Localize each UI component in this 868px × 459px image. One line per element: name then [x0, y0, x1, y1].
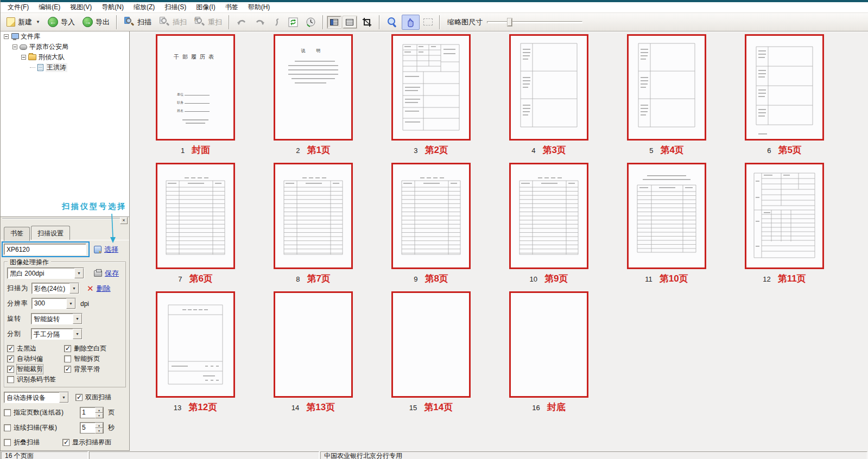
page-thumbnail[interactable] [156, 291, 235, 398]
show-scan-ui-checkbox[interactable] [62, 439, 69, 446]
insert-scan-button[interactable]: ↓ 插扫 [155, 15, 191, 29]
fold-scan-checkbox[interactable] [4, 439, 11, 446]
page-thumbnail[interactable]: 说 明 [274, 34, 353, 141]
tab-scan-settings[interactable]: 扫描设置 [31, 226, 70, 240]
deskew-crop-button[interactable] [358, 15, 376, 29]
slider-thumb[interactable] [508, 18, 512, 26]
page-count-checkbox[interactable] [4, 409, 11, 416]
process-checkbox[interactable] [7, 345, 14, 352]
panel-gripper[interactable]: × [2, 218, 128, 225]
page-label: 第10页 [660, 272, 688, 285]
process-checkbox-row[interactable]: 去黑边 [7, 343, 64, 354]
expander-icon[interactable] [4, 34, 9, 39]
tree-item-person[interactable]: 王洪涛 [1, 62, 129, 73]
menu-item[interactable]: 文件(F) [3, 2, 34, 13]
toolbar: 新建 ▼ ← 导入 → 导出 扫描 ↓ 插扫 R 重扫 [1, 13, 868, 31]
zoom-tool-button[interactable] [383, 15, 402, 30]
rescan-icon: R [194, 17, 205, 27]
page-count-spinner[interactable]: 1 ▲▼ [80, 407, 104, 418]
hand-tool-button[interactable] [402, 15, 420, 30]
split-dropdown[interactable]: 手工分隔▼ [31, 328, 83, 340]
page-thumbnail[interactable] [509, 34, 588, 141]
menu-item[interactable]: 书签 [220, 2, 243, 13]
expander-icon[interactable] [12, 44, 17, 49]
menu-item[interactable]: 视图(V) [65, 2, 97, 13]
rotate-dropdown[interactable]: 智能旋转▼ [31, 313, 83, 324]
page-thumbnail[interactable] [509, 163, 588, 269]
select-scanner-link[interactable]: 选择 [104, 245, 118, 254]
scanner-model-input[interactable] [4, 244, 86, 255]
page-thumbnail[interactable] [627, 163, 706, 269]
undo-button[interactable] [232, 15, 251, 29]
spinner-up[interactable]: ▲ [95, 423, 103, 428]
page-thumbnail[interactable]: 干部履历表 单位职务姓名 [156, 34, 235, 141]
page-thumbnail[interactable] [391, 291, 471, 398]
duplex-checkbox[interactable] [75, 394, 83, 401]
process-checkbox[interactable] [7, 355, 14, 362]
process-checkbox[interactable] [64, 366, 71, 373]
tab-bookmarks[interactable]: 书签 [4, 227, 30, 241]
resolution-dropdown[interactable]: 300▼ [31, 298, 76, 309]
page-thumbnail[interactable] [745, 163, 824, 269]
panel-close-button[interactable]: × [120, 217, 128, 224]
tree-item-team[interactable]: 刑侦大队 [1, 52, 129, 62]
import-button[interactable]: ← 导入 [44, 15, 79, 29]
menu-item[interactable]: 编辑(E) [34, 2, 65, 13]
thumbnail-size-slider[interactable] [487, 18, 590, 27]
page-label: 封面 [192, 144, 210, 156]
tree-item-bureau[interactable]: 平原市公安局 [1, 42, 129, 52]
device-dropdown[interactable]: 自动选择设备▼ [4, 392, 69, 403]
slider-track[interactable] [487, 21, 582, 23]
menu-item[interactable]: 扫描(S) [160, 2, 191, 13]
page-thumbnail[interactable] [627, 34, 706, 141]
delete-preset-link[interactable]: 删除 [97, 284, 111, 294]
menu-item[interactable]: 图像(I) [191, 2, 220, 13]
process-checkbox-row[interactable]: 自动纠偏 [7, 354, 64, 364]
detail-view-button[interactable] [343, 16, 357, 28]
process-checkbox[interactable] [64, 345, 71, 352]
spinner-down[interactable]: ▼ [95, 413, 103, 418]
continuous-scan-checkbox[interactable] [4, 424, 11, 431]
new-button[interactable]: 新建 ▼ [3, 15, 44, 29]
menu-item[interactable]: 缩放(Z) [129, 2, 160, 13]
scan-button[interactable]: 扫描 [120, 15, 155, 29]
process-checkbox[interactable] [7, 366, 14, 373]
process-checkbox-label: 自动纠偏 [17, 354, 43, 364]
expander-icon[interactable] [21, 55, 26, 60]
page-thumbnail[interactable] [156, 163, 235, 269]
history-button[interactable] [302, 15, 320, 29]
status-license: 中国农业银行北京分行专用 [320, 451, 867, 459]
new-dropdown-caret[interactable]: ▼ [36, 20, 40, 24]
continuous-interval-spinner[interactable]: 5 ▲▼ [80, 422, 104, 433]
menu-item[interactable]: 帮助(H) [243, 2, 275, 13]
preset-dropdown[interactable]: 黑白 200dpi▼ [7, 267, 84, 279]
redo-button[interactable] [251, 15, 269, 29]
refresh-button[interactable] [284, 15, 302, 29]
rotate-s-button[interactable] [269, 15, 284, 29]
tree-item-library[interactable]: 文件库 [1, 31, 129, 42]
barcode-checkbox-row[interactable]: 识别条码书签 [7, 374, 123, 385]
scanner-model-annotation: 扫描仪型号选择 [62, 202, 126, 212]
page-thumbnail[interactable] [274, 163, 353, 269]
spinner-up[interactable]: ▲ [95, 407, 103, 413]
thumbnail-view-button[interactable] [327, 16, 341, 28]
import-icon: ← [48, 17, 58, 27]
export-button[interactable]: → 导出 [79, 15, 113, 29]
page-thumbnail[interactable] [509, 291, 588, 398]
process-checkbox-row[interactable]: 智能拆页 [64, 354, 123, 364]
page-thumbnail[interactable] [745, 34, 824, 141]
barcode-checkbox[interactable] [7, 376, 14, 383]
page-thumbnail[interactable] [391, 163, 471, 269]
rescan-button[interactable]: R 重扫 [191, 15, 226, 29]
spinner-down[interactable]: ▼ [95, 428, 103, 433]
process-checkbox[interactable] [64, 355, 71, 362]
select-region-button[interactable] [420, 16, 436, 28]
page-thumbnail[interactable] [391, 34, 471, 141]
process-checkbox-row[interactable]: 删除空白页 [64, 343, 123, 354]
menu-item[interactable]: 导航(N) [97, 2, 129, 13]
process-checkbox-row[interactable]: 智能裁剪 [7, 364, 64, 374]
scan-as-dropdown[interactable]: 彩色(24位)▼ [31, 283, 79, 294]
process-checkbox-row[interactable]: 背景平滑 [64, 364, 123, 374]
save-preset-link[interactable]: 保存 [105, 269, 119, 278]
page-thumbnail[interactable] [274, 291, 353, 398]
